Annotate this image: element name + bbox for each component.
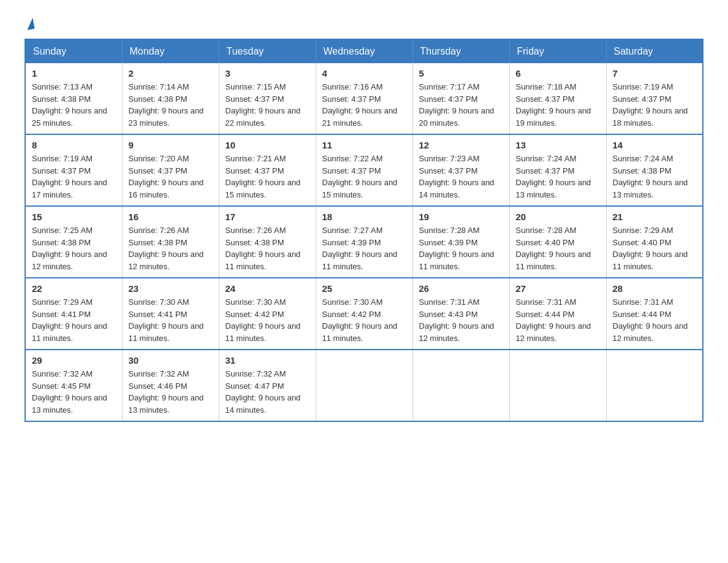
logo xyxy=(25,18,34,26)
calendar-cell: 10Sunrise: 7:21 AMSunset: 4:37 PMDayligh… xyxy=(219,134,316,206)
day-number: 1 xyxy=(32,68,116,79)
calendar-cell xyxy=(509,350,606,421)
day-info: Sunrise: 7:26 AMSunset: 4:38 PMDaylight:… xyxy=(226,224,309,272)
calendar-cell: 21Sunrise: 7:29 AMSunset: 4:40 PMDayligh… xyxy=(606,206,703,278)
day-info: Sunrise: 7:20 AMSunset: 4:37 PMDaylight:… xyxy=(129,153,213,201)
calendar-cell: 6Sunrise: 7:18 AMSunset: 4:37 PMDaylight… xyxy=(509,63,606,134)
logo-general xyxy=(25,18,34,29)
day-number: 26 xyxy=(419,283,503,294)
page-header xyxy=(25,18,703,26)
calendar-cell: 11Sunrise: 7:22 AMSunset: 4:37 PMDayligh… xyxy=(316,134,412,206)
day-number: 29 xyxy=(32,355,116,366)
calendar-cell: 24Sunrise: 7:30 AMSunset: 4:42 PMDayligh… xyxy=(219,278,316,350)
logo-arrow-icon xyxy=(26,18,35,30)
day-info: Sunrise: 7:17 AMSunset: 4:37 PMDaylight:… xyxy=(419,81,503,129)
day-number: 22 xyxy=(32,283,116,294)
day-info: Sunrise: 7:27 AMSunset: 4:39 PMDaylight:… xyxy=(322,224,406,272)
day-info: Sunrise: 7:24 AMSunset: 4:38 PMDaylight:… xyxy=(613,153,697,201)
day-number: 25 xyxy=(322,283,406,294)
day-header-saturday: Saturday xyxy=(606,39,703,63)
day-number: 9 xyxy=(129,140,213,150)
day-info: Sunrise: 7:32 AMSunset: 4:47 PMDaylight:… xyxy=(226,368,309,416)
day-info: Sunrise: 7:21 AMSunset: 4:37 PMDaylight:… xyxy=(226,153,309,201)
day-info: Sunrise: 7:28 AMSunset: 4:39 PMDaylight:… xyxy=(419,224,503,272)
calendar-cell: 15Sunrise: 7:25 AMSunset: 4:38 PMDayligh… xyxy=(25,206,122,278)
day-number: 18 xyxy=(322,212,406,222)
calendar-cell: 16Sunrise: 7:26 AMSunset: 4:38 PMDayligh… xyxy=(122,206,219,278)
day-info: Sunrise: 7:24 AMSunset: 4:37 PMDaylight:… xyxy=(516,153,600,201)
day-number: 14 xyxy=(613,140,697,150)
day-number: 6 xyxy=(516,68,600,79)
day-info: Sunrise: 7:13 AMSunset: 4:38 PMDaylight:… xyxy=(32,81,116,129)
calendar-cell: 22Sunrise: 7:29 AMSunset: 4:41 PMDayligh… xyxy=(25,278,122,350)
day-number: 30 xyxy=(129,355,213,366)
calendar-cell: 20Sunrise: 7:28 AMSunset: 4:40 PMDayligh… xyxy=(509,206,606,278)
calendar-week-row: 29Sunrise: 7:32 AMSunset: 4:45 PMDayligh… xyxy=(25,350,703,421)
calendar-cell xyxy=(316,350,412,421)
day-number: 4 xyxy=(322,68,406,79)
day-number: 23 xyxy=(129,283,213,294)
calendar-cell: 4Sunrise: 7:16 AMSunset: 4:37 PMDaylight… xyxy=(316,63,412,134)
day-number: 5 xyxy=(419,68,503,79)
calendar-cell: 29Sunrise: 7:32 AMSunset: 4:45 PMDayligh… xyxy=(25,350,122,421)
calendar-cell: 1Sunrise: 7:13 AMSunset: 4:38 PMDaylight… xyxy=(25,63,122,134)
day-info: Sunrise: 7:29 AMSunset: 4:40 PMDaylight:… xyxy=(613,224,697,272)
day-info: Sunrise: 7:19 AMSunset: 4:37 PMDaylight:… xyxy=(613,81,697,129)
calendar-cell: 19Sunrise: 7:28 AMSunset: 4:39 PMDayligh… xyxy=(412,206,509,278)
day-info: Sunrise: 7:32 AMSunset: 4:46 PMDaylight:… xyxy=(129,368,213,416)
calendar-cell: 9Sunrise: 7:20 AMSunset: 4:37 PMDaylight… xyxy=(122,134,219,206)
day-number: 11 xyxy=(322,140,406,150)
day-number: 7 xyxy=(613,68,697,79)
calendar-cell: 13Sunrise: 7:24 AMSunset: 4:37 PMDayligh… xyxy=(509,134,606,206)
day-header-friday: Friday xyxy=(509,39,606,63)
calendar-cell: 14Sunrise: 7:24 AMSunset: 4:38 PMDayligh… xyxy=(606,134,703,206)
calendar-cell: 7Sunrise: 7:19 AMSunset: 4:37 PMDaylight… xyxy=(606,63,703,134)
day-number: 24 xyxy=(226,283,309,294)
calendar-week-row: 22Sunrise: 7:29 AMSunset: 4:41 PMDayligh… xyxy=(25,278,703,350)
calendar-cell: 3Sunrise: 7:15 AMSunset: 4:37 PMDaylight… xyxy=(219,63,316,134)
calendar-cell: 27Sunrise: 7:31 AMSunset: 4:44 PMDayligh… xyxy=(509,278,606,350)
calendar-cell xyxy=(412,350,509,421)
day-info: Sunrise: 7:29 AMSunset: 4:41 PMDaylight:… xyxy=(32,296,116,344)
day-number: 17 xyxy=(226,212,309,222)
day-info: Sunrise: 7:32 AMSunset: 4:45 PMDaylight:… xyxy=(32,368,116,416)
day-number: 16 xyxy=(129,212,213,222)
calendar-cell: 5Sunrise: 7:17 AMSunset: 4:37 PMDaylight… xyxy=(412,63,509,134)
day-number: 19 xyxy=(419,212,503,222)
day-number: 21 xyxy=(613,212,697,222)
calendar-cell: 25Sunrise: 7:30 AMSunset: 4:42 PMDayligh… xyxy=(316,278,412,350)
calendar-cell: 2Sunrise: 7:14 AMSunset: 4:38 PMDaylight… xyxy=(122,63,219,134)
day-info: Sunrise: 7:31 AMSunset: 4:44 PMDaylight:… xyxy=(613,296,697,344)
day-header-sunday: Sunday xyxy=(25,39,122,63)
day-number: 31 xyxy=(226,355,309,366)
calendar-cell: 17Sunrise: 7:26 AMSunset: 4:38 PMDayligh… xyxy=(219,206,316,278)
calendar-cell: 30Sunrise: 7:32 AMSunset: 4:46 PMDayligh… xyxy=(122,350,219,421)
day-info: Sunrise: 7:30 AMSunset: 4:42 PMDaylight:… xyxy=(322,296,406,344)
calendar-cell: 18Sunrise: 7:27 AMSunset: 4:39 PMDayligh… xyxy=(316,206,412,278)
day-info: Sunrise: 7:31 AMSunset: 4:43 PMDaylight:… xyxy=(419,296,503,344)
day-info: Sunrise: 7:30 AMSunset: 4:42 PMDaylight:… xyxy=(226,296,309,344)
day-info: Sunrise: 7:23 AMSunset: 4:37 PMDaylight:… xyxy=(419,153,503,201)
days-of-week-row: SundayMondayTuesdayWednesdayThursdayFrid… xyxy=(25,39,703,63)
calendar-cell: 26Sunrise: 7:31 AMSunset: 4:43 PMDayligh… xyxy=(412,278,509,350)
day-number: 3 xyxy=(226,68,309,79)
calendar-cell: 12Sunrise: 7:23 AMSunset: 4:37 PMDayligh… xyxy=(412,134,509,206)
day-header-thursday: Thursday xyxy=(412,39,509,63)
calendar-week-row: 1Sunrise: 7:13 AMSunset: 4:38 PMDaylight… xyxy=(25,63,703,134)
calendar-cell xyxy=(606,350,703,421)
day-number: 15 xyxy=(32,212,116,222)
day-number: 8 xyxy=(32,140,116,150)
calendar-week-row: 8Sunrise: 7:19 AMSunset: 4:37 PMDaylight… xyxy=(25,134,703,206)
calendar-week-row: 15Sunrise: 7:25 AMSunset: 4:38 PMDayligh… xyxy=(25,206,703,278)
day-info: Sunrise: 7:25 AMSunset: 4:38 PMDaylight:… xyxy=(32,224,116,272)
day-info: Sunrise: 7:16 AMSunset: 4:37 PMDaylight:… xyxy=(322,81,406,129)
day-number: 27 xyxy=(516,283,600,294)
calendar-cell: 28Sunrise: 7:31 AMSunset: 4:44 PMDayligh… xyxy=(606,278,703,350)
day-number: 12 xyxy=(419,140,503,150)
day-number: 28 xyxy=(613,283,697,294)
day-info: Sunrise: 7:15 AMSunset: 4:37 PMDaylight:… xyxy=(226,81,309,129)
day-info: Sunrise: 7:18 AMSunset: 4:37 PMDaylight:… xyxy=(516,81,600,129)
calendar-cell: 23Sunrise: 7:30 AMSunset: 4:41 PMDayligh… xyxy=(122,278,219,350)
day-info: Sunrise: 7:30 AMSunset: 4:41 PMDaylight:… xyxy=(129,296,213,344)
day-info: Sunrise: 7:28 AMSunset: 4:40 PMDaylight:… xyxy=(516,224,600,272)
